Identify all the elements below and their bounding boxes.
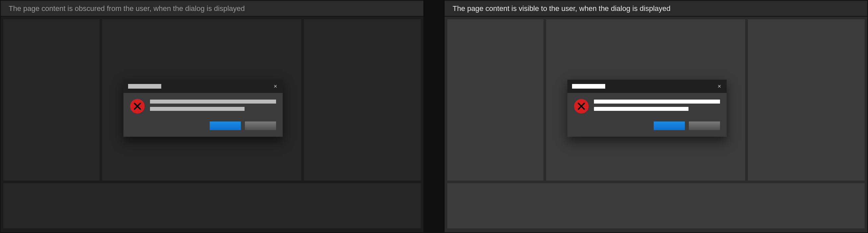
dialog-primary-button[interactable]	[654, 121, 685, 130]
dialog-buttons	[123, 117, 283, 137]
text-placeholder	[594, 99, 720, 104]
dialog-titlebar: ×	[123, 80, 283, 93]
example-visible: The page content is visible to the user,…	[444, 0, 868, 233]
dialog-title-placeholder	[572, 84, 605, 89]
page-panel	[3, 19, 99, 180]
dialog-body	[123, 93, 283, 117]
dialog-message	[150, 99, 276, 114]
page-panel	[304, 19, 421, 180]
error-dialog: ×	[567, 80, 727, 137]
error-icon	[130, 99, 145, 114]
page-panel	[3, 183, 421, 228]
dialog-buttons	[567, 117, 727, 137]
comparison-stage: The page content is obscured from the us…	[0, 0, 868, 233]
dialog-titlebar: ×	[567, 80, 727, 93]
text-placeholder	[150, 107, 245, 111]
example-gap	[424, 0, 444, 233]
example-obscured: The page content is obscured from the us…	[0, 0, 424, 233]
page-panel	[447, 19, 544, 180]
close-icon[interactable]: ×	[715, 82, 723, 90]
page-content: ×	[1, 17, 423, 232]
page-content: ×	[445, 17, 867, 232]
page-panel	[748, 19, 865, 180]
close-icon[interactable]: ×	[271, 82, 279, 90]
dialog-primary-button[interactable]	[210, 121, 241, 130]
error-dialog: ×	[123, 80, 283, 137]
page-panel	[447, 183, 865, 228]
error-icon	[574, 99, 589, 114]
dialog-secondary-button[interactable]	[689, 121, 720, 130]
dialog-title-placeholder	[128, 84, 161, 89]
example-caption: The page content is visible to the user,…	[445, 1, 867, 17]
text-placeholder	[150, 99, 276, 104]
dialog-secondary-button[interactable]	[245, 121, 276, 130]
dialog-body	[567, 93, 727, 117]
example-caption: The page content is obscured from the us…	[1, 1, 423, 17]
text-placeholder	[594, 107, 688, 111]
dialog-message	[594, 99, 720, 114]
